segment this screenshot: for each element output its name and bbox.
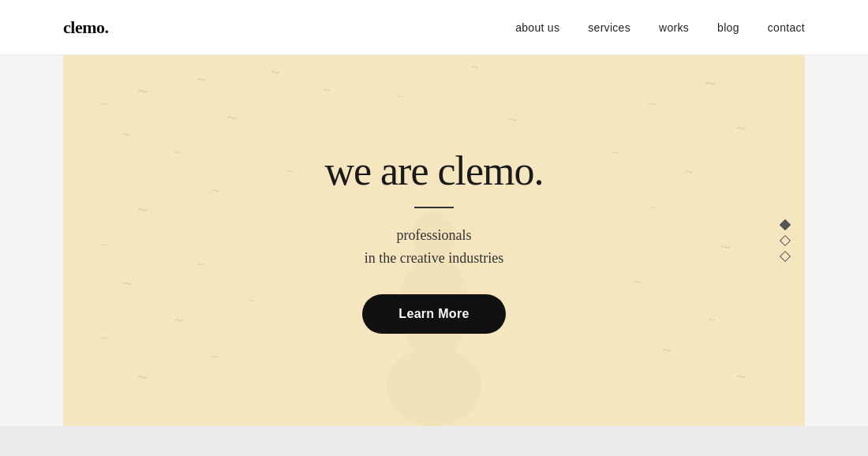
hero-content: we are clemo. professionals in the creat… <box>324 148 543 335</box>
hero-subtitle: professionals in the creative industries <box>324 224 543 270</box>
main-nav: about us services works blog contact <box>515 21 805 34</box>
nav-works[interactable]: works <box>659 21 689 34</box>
slider-dot-1[interactable] <box>780 219 791 230</box>
logo[interactable]: clemo. <box>63 17 108 38</box>
nav-blog[interactable]: blog <box>717 21 739 34</box>
hero-subtitle-line2: in the creative industries <box>365 250 503 266</box>
hero-title: we are clemo. <box>324 148 543 194</box>
nav-about[interactable]: about us <box>515 21 559 34</box>
hero-divider <box>414 207 454 208</box>
nav-contact[interactable]: contact <box>768 21 805 34</box>
hero-section: 〜 〜 〜 〜 〜 〜 〜 〜 〜 〜 〜 〜 〜 〜 〜 〜 〜 〜 〜 〜 … <box>63 55 805 426</box>
logo-text: clemo. <box>63 17 108 37</box>
header: clemo. about us services works blog cont… <box>0 0 868 55</box>
svg-point-2 <box>387 347 481 426</box>
slider-dots <box>781 221 789 260</box>
nav-services[interactable]: services <box>588 21 630 34</box>
slider-dot-3[interactable] <box>780 251 791 262</box>
bottom-strip <box>0 426 868 456</box>
slider-dot-2[interactable] <box>780 235 791 246</box>
learn-more-button[interactable]: Learn More <box>362 294 505 334</box>
hero-subtitle-line1: professionals <box>397 227 472 243</box>
